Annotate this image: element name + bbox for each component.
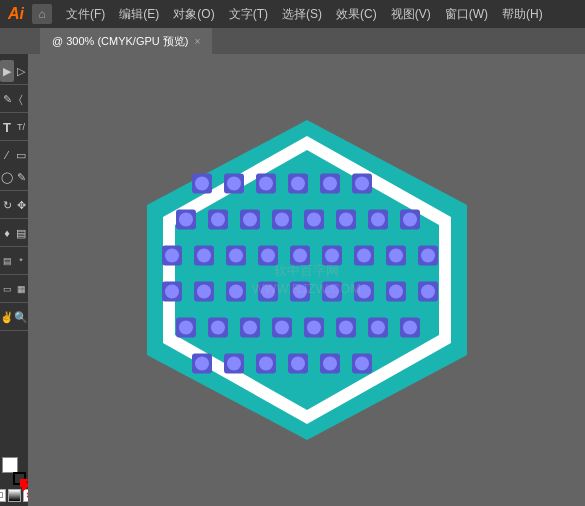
svg-point-18 — [211, 213, 225, 227]
slice-tool[interactable]: ▦ — [14, 278, 28, 300]
home-icon[interactable]: ⌂ — [32, 4, 52, 24]
menu-text[interactable]: 文字(T) — [223, 4, 274, 25]
svg-point-62 — [357, 285, 371, 299]
svg-point-66 — [421, 285, 435, 299]
svg-point-30 — [403, 213, 417, 227]
svg-point-6 — [227, 177, 241, 191]
svg-point-74 — [275, 321, 289, 335]
svg-point-72 — [243, 321, 257, 335]
svg-point-10 — [291, 177, 305, 191]
svg-point-36 — [229, 249, 243, 263]
svg-point-34 — [197, 249, 211, 263]
menu-object[interactable]: 对象(O) — [167, 4, 220, 25]
svg-point-50 — [165, 285, 179, 299]
svg-point-38 — [261, 249, 275, 263]
paintbrush-tool[interactable]: ✎ — [14, 166, 28, 188]
warp-tool[interactable]: ♦ — [0, 222, 14, 244]
menu-help[interactable]: 帮助(H) — [496, 4, 549, 25]
toolbar: ▶ ▷ ✎ 〈 T T/ ∕ ▭ ◯ ✎ — [0, 54, 28, 506]
svg-point-80 — [371, 321, 385, 335]
svg-point-16 — [179, 213, 193, 227]
artboard-tool[interactable]: ▭ — [0, 278, 14, 300]
toggle-grad-icon[interactable] — [8, 489, 21, 502]
pen-tools: ✎ 〈 — [0, 86, 28, 113]
artboard-tools: ▭ ▦ — [0, 276, 28, 303]
color-boxes[interactable]: ✖ — [0, 457, 28, 485]
type-tools: T T/ — [0, 114, 28, 141]
svg-point-92 — [323, 357, 337, 371]
selection-tool[interactable]: ▶ — [0, 60, 14, 82]
dots-grid — [162, 164, 452, 397]
canvas-area: 软中百字网 WWW.RJZW.COM — [28, 54, 585, 506]
active-tab[interactable]: @ 300% (CMYK/GPU 预览) × — [40, 28, 212, 54]
fill-color[interactable] — [2, 457, 18, 473]
svg-point-22 — [275, 213, 289, 227]
menu-window[interactable]: 窗口(W) — [439, 4, 494, 25]
svg-point-64 — [389, 285, 403, 299]
menu-edit[interactable]: 编辑(E) — [113, 4, 165, 25]
svg-point-32 — [165, 249, 179, 263]
svg-point-60 — [325, 285, 339, 299]
scale-tool[interactable]: ✥ — [14, 194, 28, 216]
tab-close-button[interactable]: × — [194, 36, 200, 47]
shape-tools: ∕ ▭ ◯ ✎ — [0, 142, 28, 191]
type-on-path-tool[interactable]: T/ — [14, 116, 28, 138]
svg-point-12 — [323, 177, 337, 191]
transform-tools: ↻ ✥ — [0, 192, 28, 219]
menu-select[interactable]: 选择(S) — [276, 4, 328, 25]
menu-effect[interactable]: 效果(C) — [330, 4, 383, 25]
ai-logo: Ai — [8, 5, 24, 23]
svg-point-28 — [371, 213, 385, 227]
menu-bar: 文件(F) 编辑(E) 对象(O) 文字(T) 选择(S) 效果(C) 视图(V… — [60, 4, 549, 25]
svg-point-8 — [259, 177, 273, 191]
svg-point-42 — [325, 249, 339, 263]
ellipse-tool[interactable]: ◯ — [0, 166, 14, 188]
hand-tool[interactable]: ✌ — [0, 306, 14, 328]
svg-point-88 — [259, 357, 273, 371]
svg-point-48 — [421, 249, 435, 263]
zoom-tool[interactable]: 🔍 — [14, 306, 28, 328]
type-tool[interactable]: T — [0, 116, 14, 138]
svg-point-78 — [339, 321, 353, 335]
svg-point-56 — [261, 285, 275, 299]
direct-selection-tool[interactable]: ▷ — [14, 60, 28, 82]
svg-point-20 — [243, 213, 257, 227]
svg-point-24 — [307, 213, 321, 227]
svg-point-70 — [211, 321, 225, 335]
curvature-tool[interactable]: 〈 — [14, 88, 28, 110]
svg-point-82 — [403, 321, 417, 335]
svg-point-52 — [197, 285, 211, 299]
rotate-tool[interactable]: ↻ — [0, 194, 14, 216]
toggle-color-icon[interactable]: ☐ — [0, 489, 6, 502]
rectangle-tool[interactable]: ▭ — [14, 144, 28, 166]
svg-point-4 — [195, 177, 209, 191]
svg-point-58 — [293, 285, 307, 299]
svg-point-84 — [195, 357, 209, 371]
svg-point-14 — [355, 177, 369, 191]
symbol-sprayer-tool[interactable]: * — [14, 250, 28, 272]
tab-bar: @ 300% (CMYK/GPU 预览) × — [0, 28, 585, 54]
warp-tools: ♦ ▤ — [0, 220, 28, 247]
svg-point-54 — [229, 285, 243, 299]
dots-svg — [162, 164, 452, 394]
svg-point-76 — [307, 321, 321, 335]
svg-point-44 — [357, 249, 371, 263]
main-area: ▶ ▷ ✎ 〈 T T/ ∕ ▭ ◯ ✎ — [0, 54, 585, 506]
gradient-tool[interactable]: ▤ — [14, 222, 28, 244]
svg-point-40 — [293, 249, 307, 263]
hex-container — [127, 110, 487, 450]
svg-point-90 — [291, 357, 305, 371]
pen-tool[interactable]: ✎ — [0, 88, 14, 110]
menu-view[interactable]: 视图(V) — [385, 4, 437, 25]
svg-point-26 — [339, 213, 353, 227]
svg-point-46 — [389, 249, 403, 263]
svg-point-86 — [227, 357, 241, 371]
menu-file[interactable]: 文件(F) — [60, 4, 111, 25]
selection-tools: ▶ ▷ — [0, 58, 28, 85]
graph-tool[interactable]: ▤ — [0, 250, 14, 272]
svg-point-94 — [355, 357, 369, 371]
line-segment-tool[interactable]: ∕ — [0, 144, 14, 166]
navigation-tools: ✌ 🔍 — [0, 304, 28, 331]
graph-tools: ▤ * — [0, 248, 28, 275]
title-bar: Ai ⌂ 文件(F) 编辑(E) 对象(O) 文字(T) 选择(S) 效果(C)… — [0, 0, 585, 28]
